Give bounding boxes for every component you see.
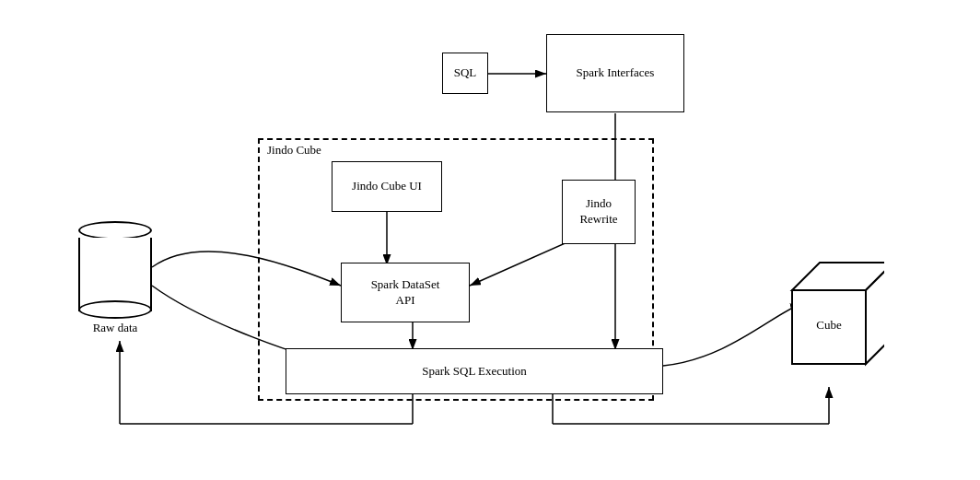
sql-box: SQL xyxy=(442,53,488,94)
jindo-cube-ui-box: Jindo Cube UI xyxy=(332,161,442,212)
cylinder-top xyxy=(78,221,152,240)
architecture-diagram: SQL Spark Interfaces Jindo Cube Jindo Cu… xyxy=(0,0,980,480)
cube-label: Cube xyxy=(801,318,857,333)
spark-dataset-api-box: Spark DataSet API xyxy=(341,263,470,322)
spark-interfaces-box: Spark Interfaces xyxy=(546,34,684,112)
spark-sql-execution-box: Spark SQL Execution xyxy=(286,348,663,394)
jindo-rewrite-box: Jindo Rewrite xyxy=(562,180,636,244)
cylinder-body xyxy=(78,238,152,311)
raw-data-cylinder xyxy=(78,221,152,311)
raw-data-label: Raw data xyxy=(69,321,161,335)
jindo-cube-label: Jindo Cube xyxy=(267,143,321,158)
cylinder-bottom-ellipse xyxy=(78,300,152,319)
